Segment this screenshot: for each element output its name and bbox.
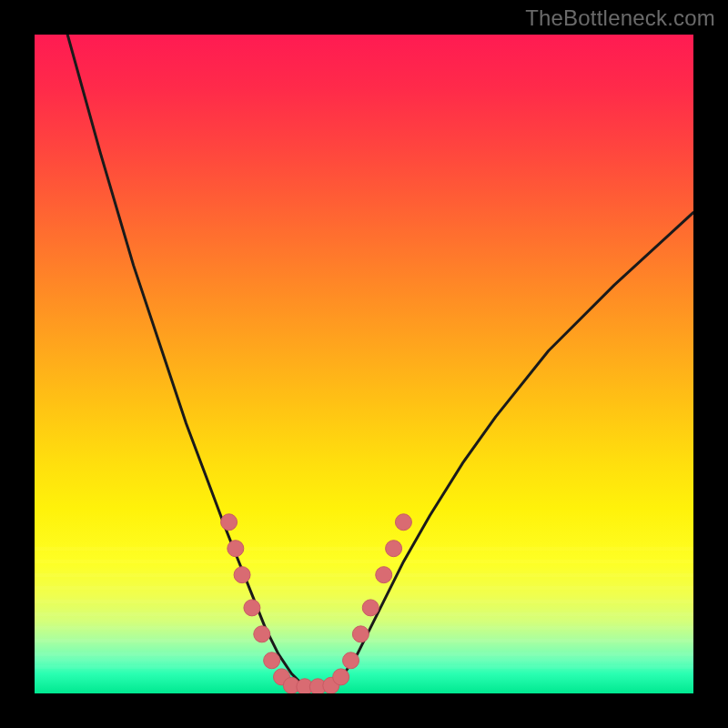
curve-marker bbox=[362, 600, 379, 616]
curve-marker bbox=[264, 652, 280, 669]
curve-marker bbox=[228, 541, 244, 557]
watermark-text: TheBottleneck.com bbox=[525, 5, 715, 31]
bottleneck-curve bbox=[67, 35, 693, 687]
curve-marker bbox=[333, 669, 349, 685]
curve-marker bbox=[234, 567, 250, 583]
plot-area bbox=[35, 35, 693, 693]
chart-svg bbox=[35, 35, 693, 693]
curve-marker bbox=[244, 600, 260, 616]
curve-marker bbox=[376, 567, 392, 583]
curve-marker bbox=[395, 514, 411, 531]
curve-marker bbox=[343, 652, 359, 669]
curve-marker bbox=[221, 514, 238, 531]
curve-marker bbox=[386, 541, 402, 557]
chart-frame: TheBottleneck.com bbox=[0, 0, 728, 728]
curve-marker bbox=[352, 626, 369, 642]
curve-marker bbox=[254, 626, 270, 642]
